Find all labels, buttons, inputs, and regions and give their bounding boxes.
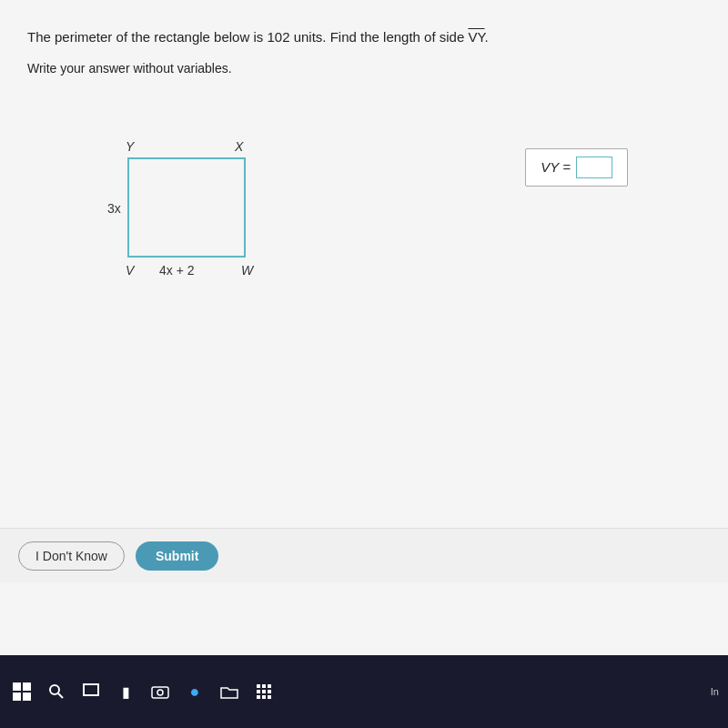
rectangle-shape: [127, 157, 246, 258]
diagram-area: Y X 3x V 4x + 2 W VY =: [27, 112, 701, 285]
taskbar: ▮ ● In: [0, 655, 728, 728]
side-label: VY: [468, 29, 484, 45]
instruction-text: Write your answer without variables.: [27, 61, 701, 76]
search-icon[interactable]: [44, 679, 69, 704]
svg-rect-3: [152, 687, 168, 698]
edge-icon[interactable]: ●: [182, 679, 207, 704]
desktop-icon[interactable]: [78, 679, 104, 704]
problem-text-before: The perimeter of the rectangle below is …: [27, 29, 468, 45]
answer-input[interactable]: [576, 157, 612, 178]
vertex-X-label: X: [235, 139, 243, 154]
side-left-label: 3x: [107, 201, 121, 216]
windows-start-icon[interactable]: [9, 679, 35, 704]
question-area: The perimeter of the rectangle below is …: [0, 0, 728, 303]
problem-text: The perimeter of the rectangle below is …: [27, 27, 701, 48]
svg-point-4: [157, 690, 163, 695]
svg-rect-2: [84, 684, 98, 695]
taskbar-right: In: [711, 686, 719, 697]
rectangle-container: Y X 3x V 4x + 2 W: [100, 139, 264, 285]
camera-icon[interactable]: [147, 679, 173, 704]
side-bottom-label: 4x + 2: [159, 263, 195, 278]
svg-point-0: [50, 685, 59, 694]
main-content: The perimeter of the rectangle below is …: [0, 0, 728, 655]
answer-equation-label: VY =: [541, 159, 571, 175]
vertex-V-label: V: [126, 263, 134, 278]
bottom-bar: I Don't Know Submit: [0, 528, 728, 582]
folder-icon[interactable]: [217, 679, 242, 704]
vertex-W-label: W: [241, 263, 253, 278]
taskbar-time: In: [711, 686, 719, 697]
pin-icon[interactable]: ▮: [113, 679, 138, 704]
problem-text-after: .: [485, 29, 489, 45]
answer-box: VY =: [525, 148, 628, 187]
svg-line-1: [58, 693, 63, 698]
dont-know-button[interactable]: I Don't Know: [18, 541, 125, 571]
vertex-Y-label: Y: [126, 139, 134, 154]
submit-button[interactable]: Submit: [136, 541, 218, 571]
apps-icon[interactable]: [251, 679, 277, 704]
